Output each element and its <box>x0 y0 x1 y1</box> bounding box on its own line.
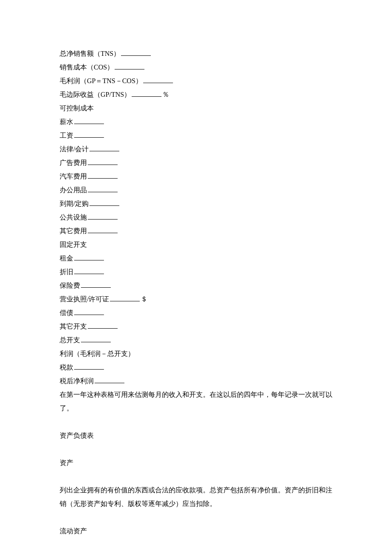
blank-field <box>121 49 151 56</box>
paragraph-note-1: 在第一年这种表格可用来估测每月的收入和开支。在这以后的四年中，每年记录一次就可以… <box>60 388 332 415</box>
blank-field <box>88 212 118 220</box>
spacer <box>60 442 332 456</box>
line-debt-repay: 偿债 <box>60 306 332 320</box>
line-total-outlay: 总开支 <box>60 333 332 347</box>
spacer <box>60 415 332 429</box>
label-auto: 汽车费用 <box>60 173 87 180</box>
line-license: 营业执照/许可证＄ <box>60 292 332 306</box>
blank-field <box>81 280 111 288</box>
label-other-exp: 其它费用 <box>60 227 87 234</box>
line-auto: 汽车费用 <box>60 170 332 183</box>
line-depreciation: 折旧 <box>60 265 332 279</box>
blank-field <box>88 185 118 192</box>
label-advertising: 广告费用 <box>60 159 87 166</box>
heading-assets: 资产 <box>60 456 332 470</box>
blank-field <box>88 171 118 179</box>
label-rent: 租金 <box>60 254 73 262</box>
heading-fixed-expenses: 固定开支 <box>60 238 332 251</box>
blank-field <box>74 362 104 370</box>
label-dues: 到期/定购 <box>60 200 89 207</box>
label-total-outlay: 总开支 <box>60 336 80 344</box>
line-gross-profit: 毛利润（GP＝TNS－COS） <box>60 74 332 88</box>
heading-current-assets: 流动资产 <box>60 524 332 538</box>
label-legal: 法律/会计 <box>60 145 89 153</box>
line-advertising: 广告费用 <box>60 156 332 170</box>
line-insurance: 保险费 <box>60 279 332 292</box>
label-taxes: 税款 <box>60 364 73 371</box>
blank-field <box>74 308 104 315</box>
document-page: 总净销售额（TNS） 销售成本（COS） 毛利润（GP＝TNS－COS） 毛边际… <box>0 0 392 555</box>
line-total-net-sales: 总净销售额（TNS） <box>60 47 332 61</box>
label-gp: 毛利润（GP＝TNS－COS） <box>60 77 142 84</box>
heading-balance-sheet: 资产负债表 <box>60 429 332 442</box>
label-gm: 毛边际收益（GP/TNS） <box>60 91 131 98</box>
label-percent: ％ <box>162 91 169 98</box>
label-net-profit: 税后净利润 <box>60 377 94 384</box>
blank-field <box>81 335 111 342</box>
line-taxes: 税款 <box>60 361 332 374</box>
paragraph-assets-desc: 列出企业拥有的有价值的东西或合法的应收款项。总资产包括所有净价值。资产的折旧和注… <box>60 483 332 511</box>
label-utilities: 公共设施 <box>60 214 87 221</box>
blank-field <box>88 226 118 233</box>
label-salary: 薪水 <box>60 118 73 125</box>
blank-field <box>88 321 118 329</box>
label-cos: 销售成本（COS） <box>60 64 114 71</box>
label-license: 营业执照/许可证 <box>60 295 109 303</box>
blank-field <box>132 90 161 97</box>
line-cost-of-sales: 销售成本（COS） <box>60 61 332 74</box>
line-rent: 租金 <box>60 251 332 265</box>
line-profit: 利润（毛利润－总开支） <box>60 347 332 361</box>
blank-field <box>74 267 104 274</box>
spacer <box>60 511 332 524</box>
label-insurance: 保险费 <box>60 282 80 289</box>
spacer <box>60 470 332 483</box>
label-other-outlay: 其它开支 <box>60 323 87 330</box>
label-debt: 偿债 <box>60 309 73 316</box>
line-wages: 工资 <box>60 129 332 142</box>
line-gross-margin: 毛边际收益（GP/TNS）％ <box>60 88 332 101</box>
label-wages: 工资 <box>60 132 73 139</box>
blank-field <box>74 130 104 138</box>
line-other-expenses: 其它费用 <box>60 224 332 238</box>
label-tns: 总净销售额（TNS） <box>60 50 120 57</box>
label-dollar: ＄ <box>141 295 147 303</box>
line-net-profit: 税后净利润 <box>60 374 332 388</box>
blank-field <box>95 376 124 383</box>
line-office-supplies: 办公用品 <box>60 183 332 197</box>
line-salary: 薪水 <box>60 115 332 129</box>
heading-controllable-costs: 可控制成本 <box>60 101 332 115</box>
blank-field <box>115 62 144 69</box>
blank-field <box>74 253 104 260</box>
line-dues-subscriptions: 到期/定购 <box>60 197 332 211</box>
blank-field <box>110 294 140 301</box>
label-depreciation: 折旧 <box>60 268 73 275</box>
blank-field <box>89 199 119 206</box>
blank-field <box>74 117 104 124</box>
blank-field <box>88 158 118 165</box>
blank-field <box>89 144 119 151</box>
blank-field <box>143 76 173 83</box>
label-office: 办公用品 <box>60 186 87 194</box>
line-utilities: 公共设施 <box>60 211 332 224</box>
line-legal-accounting: 法律/会计 <box>60 142 332 156</box>
line-other-outlay: 其它开支 <box>60 320 332 333</box>
